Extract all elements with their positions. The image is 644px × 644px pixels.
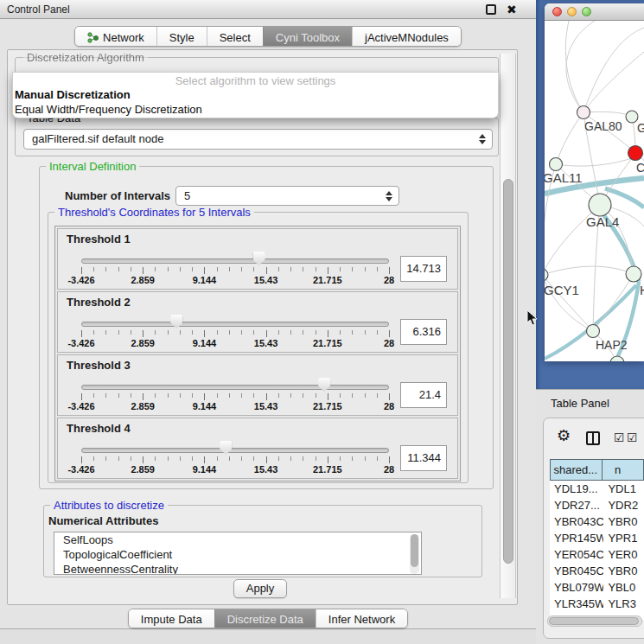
threshold-label: Threshold 3 [67,359,131,372]
slider-track[interactable] [81,448,389,453]
table-data-combobox[interactable]: galFiltered.sif default node [23,129,493,150]
combobox-value: 5 [184,189,190,202]
network-node[interactable] [550,158,563,171]
attributes-scrollbar[interactable] [410,534,419,574]
network-node[interactable] [587,325,600,338]
tab-jactivemnodules[interactable]: jActiveMNodules [352,27,461,47]
minimize-traffic-light[interactable] [567,7,577,16]
close-icon[interactable]: ✖ [507,1,517,18]
slider-major-ticks [81,330,390,337]
network-node[interactable] [577,106,590,119]
tab-label: Cyni Toolbox [276,31,340,44]
column-header-shared-name[interactable]: shared... [550,459,603,481]
scale-tick-label: 9.144 [193,338,217,348]
tab-label: Infer Network [328,613,395,626]
scrollbar-thumb[interactable] [411,534,418,567]
checkbox-icon[interactable]: ☑ [627,430,638,444]
tab-style[interactable]: Style [156,27,207,47]
network-node[interactable] [589,194,611,216]
network-node[interactable] [626,266,641,282]
scale-tick-label: 28 [384,275,394,285]
network-node[interactable] [545,269,548,281]
attribute-list-item[interactable]: TopologicalCoefficient [54,547,421,562]
table-row[interactable]: YDL19... YDL1 [550,481,644,497]
dropdown-option-manual[interactable]: Manual Discretization [13,87,498,102]
threshold-value-field[interactable]: 6.316 [400,319,447,345]
attribute-list-item[interactable]: BetweennessCentrality [54,562,421,575]
table-row[interactable]: YBR045C YBR0 [550,563,644,579]
tab-select[interactable]: Select [207,27,263,47]
slider-track[interactable] [81,258,389,264]
dropdown-option-equal-width[interactable]: Equal Width/Frequency Discretization [13,102,498,117]
scale-tick-label: 9.144 [193,275,217,285]
apply-button[interactable]: Apply [233,579,287,598]
table-row[interactable]: YDR27... YDR2 [550,497,644,513]
tab-label: Impute Data [141,613,202,626]
tab-cyni-toolbox[interactable]: Cyni Toolbox [263,27,352,47]
tab-infer-network[interactable]: Infer Network [316,609,407,628]
scale-tick-label: 9.144 [193,464,217,475]
close-traffic-light[interactable] [552,7,562,16]
name-cell: YDR2 [603,497,644,513]
scale-tick-label: 28 [384,464,394,475]
discretization-algorithm-title: Discretization Algorithm [23,51,148,64]
attribute-list-item[interactable]: SelfLoops [54,532,421,547]
column-header-name[interactable]: n [603,459,644,481]
network-node[interactable] [626,111,638,123]
table-row[interactable]: YBL079W YBL0 [550,579,644,596]
table-rows: YDL19... YDL1 YDR27... YDR2 YBR043C YBR0… [550,481,644,620]
network-node[interactable] [610,356,624,361]
name-cell: YER0 [603,546,644,563]
scale-tick-label: 15.43 [254,464,278,475]
split-columns-icon[interactable] [586,431,600,445]
table-panel-title: Table Panel [551,397,609,410]
slider-track[interactable] [81,322,389,327]
shared-name-cell: YDR27... [550,497,603,513]
scrollbar-thumb[interactable] [503,179,513,564]
tab-network[interactable]: Network [75,27,156,47]
network-graph: GAL80GACGAL11GAL4GCY1HHAP2 [545,21,644,361]
float-window-icon[interactable] [486,4,496,15]
node-label: GAL80 [584,119,622,133]
checkbox-icon[interactable]: ☑ [614,430,625,444]
scale-tick-label: -3.426 [67,338,94,348]
thresholds-group-title: Threshold's Coordinates for 5 Intervals [54,206,254,219]
scrollbar-thumb[interactable] [549,617,639,625]
control-panel: Control Panel ✖ Network Style Select Cyn… [0,0,536,629]
table-horizontal-scrollbar[interactable] [547,615,642,627]
number-of-intervals-combobox[interactable]: 5 [175,186,399,206]
zoom-traffic-light[interactable] [582,7,591,16]
network-view-window: GAL80GACGAL11GAL4GCY1HHAP2 [545,3,644,361]
threshold-label: Threshold 4 [67,422,131,435]
table-row[interactable]: YER054C YER0 [550,546,644,563]
table-row[interactable]: YPR145W YPR1 [550,530,644,546]
scale-tick-label: 28 [384,401,394,411]
table-row[interactable]: YBR043C YBR0 [550,513,644,530]
threshold-value-field[interactable]: 11.344 [400,445,447,471]
slider-scale-labels: -3.426 2.859 9.144 15.43 21.715 28 [81,275,389,286]
scale-tick-label: 2.859 [131,338,155,348]
threshold-value-field[interactable]: 21.4 [400,382,447,408]
threshold-panel: Threshold 2 -3.426 2.859 9.144 15.43 21.… [57,291,458,353]
numerical-attributes-list: SelfLoopsTopologicalCoefficientBetweenne… [54,532,422,575]
slider-scale-labels: -3.426 2.859 9.144 15.43 21.715 28 [81,338,389,349]
name-cell: YLR3 [603,596,644,612]
tab-impute-data[interactable]: Impute Data [129,609,214,628]
slider-major-ticks [81,267,390,274]
network-canvas[interactable]: GAL80GACGAL11GAL4GCY1HHAP2 [545,21,644,361]
threshold-value-field[interactable]: 14.713 [400,256,447,282]
scale-tick-label: -3.426 [67,275,94,285]
node-label: GAL11 [545,170,583,185]
gear-icon[interactable]: ⚙ [557,428,571,443]
network-window-titlebar [545,3,644,21]
tab-discretize-data[interactable]: Discretize Data [214,609,316,628]
table-header-row: shared... n [550,459,644,481]
tab-label: Style [169,31,194,44]
slider-track[interactable] [81,385,389,390]
table-row[interactable]: YLR345W YLR3 [550,596,644,612]
network-node[interactable] [628,146,643,161]
panel-title: Control Panel [7,0,70,19]
tab-group: Impute Data Discretize Data Infer Networ… [128,609,408,628]
combobox-stepper-icon [479,130,486,149]
main-scrollbar[interactable] [500,54,516,598]
